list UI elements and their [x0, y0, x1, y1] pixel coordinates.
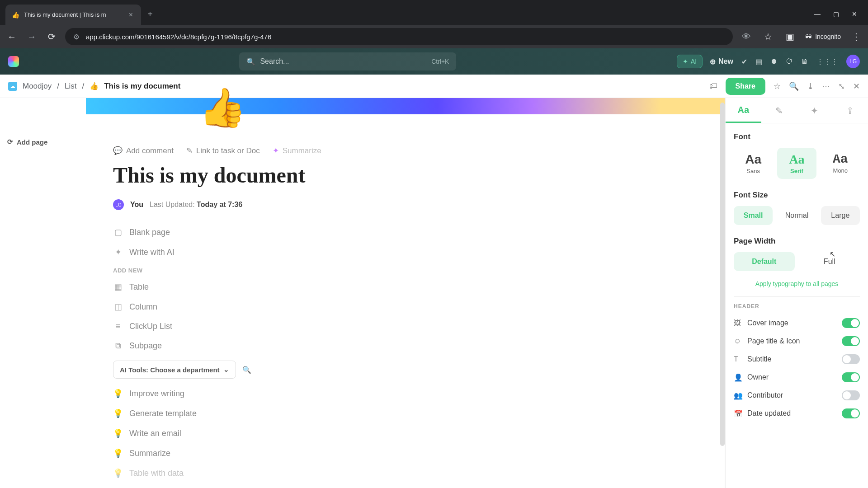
ai-improve-writing[interactable]: 💡 Improve writing [113, 389, 628, 399]
global-search[interactable]: 🔍 Search... Ctrl+K [239, 52, 456, 70]
record-icon[interactable]: ⏺ [770, 57, 778, 66]
font-sans-option[interactable]: Aa Sans [734, 148, 773, 179]
site-settings-icon[interactable]: ⚙ [73, 33, 80, 41]
ai-tools-dropdown[interactable]: AI Tools: Choose a department ⌄ [113, 361, 236, 379]
ai-write-email[interactable]: 💡 Write an email [113, 428, 628, 438]
page-icon: ▢ [113, 227, 123, 237]
share-button[interactable]: Share [726, 78, 765, 95]
close-window-icon[interactable]: ✕ [852, 10, 857, 18]
apply-typography-link[interactable]: Apply typography to all pages [734, 280, 860, 287]
breadcrumb-workspace[interactable]: Moodjoy [23, 82, 52, 91]
ai-email-label: Write an email [129, 429, 181, 438]
clickup-logo[interactable] [8, 56, 19, 67]
more-menu-icon[interactable]: ⋯ [822, 81, 830, 91]
search-doc-icon[interactable]: 🔍 [789, 81, 799, 91]
doc-quick-actions: 💬 Add comment ✎ Link to task or Doc ✦ Su… [113, 146, 628, 155]
url-field[interactable]: ⚙ app.clickup.com/9016164592/v/dc/8cpfg7… [65, 28, 733, 45]
back-icon[interactable]: ← [5, 32, 18, 42]
search-shortcut: Ctrl+K [431, 58, 449, 65]
minimize-icon[interactable]: — [814, 10, 821, 18]
document-title[interactable]: This is my document [113, 163, 628, 188]
breadcrumb-sep: / [82, 82, 84, 91]
maximize-icon[interactable]: ▢ [833, 10, 839, 18]
bookmark-star-icon[interactable]: ☆ [762, 31, 774, 42]
author-name: You [130, 201, 143, 209]
ai-summarize[interactable]: 💡 Summarize [113, 448, 628, 458]
font-mono-label: Mono [823, 167, 858, 174]
add-subpage-option[interactable]: ⧉ Subpage [113, 341, 628, 351]
scrollbar-thumb[interactable] [720, 103, 725, 446]
font-size-normal[interactable]: Normal [777, 206, 816, 225]
page-width-default[interactable]: Default [734, 252, 795, 271]
person-icon: 👤 [734, 373, 742, 382]
write-with-ai-option[interactable]: ✦ Write with AI [113, 247, 628, 257]
ai-wand-tab[interactable]: ✎ [761, 98, 797, 123]
new-button[interactable]: ⊕ New [710, 57, 733, 66]
eye-off-icon[interactable]: 👁 [740, 32, 753, 42]
ai-template-label: Generate template [129, 409, 197, 418]
contributor-switch[interactable] [842, 390, 860, 400]
timer-icon[interactable]: ⏱ [786, 57, 793, 66]
toggle-owner: 👤 Owner [734, 368, 860, 386]
image-icon: 🖼 [734, 319, 742, 327]
user-avatar[interactable]: LG [846, 55, 860, 68]
breadcrumb-emoji: 👍 [90, 82, 99, 90]
url-text: app.clickup.com/9016164592/v/dc/8cpfg7g-… [86, 33, 271, 41]
owner-switch[interactable] [842, 372, 860, 382]
summarize-button[interactable]: ✦ Summarize [273, 146, 321, 155]
add-column-option[interactable]: ◫ Column [113, 302, 628, 312]
ai-button[interactable]: ✦ AI [677, 55, 703, 68]
browser-menu-icon[interactable]: ⋮ [850, 31, 863, 42]
add-list-option[interactable]: ≡ ClickUp List [113, 322, 628, 331]
side-panel-icon[interactable]: ▣ [783, 31, 796, 42]
add-comment-button[interactable]: 💬 Add comment [113, 146, 174, 155]
address-bar: ← → ⟳ ⚙ app.clickup.com/9016164592/v/dc/… [0, 25, 868, 48]
search-ai-tools-icon[interactable]: 🔍 [242, 366, 251, 374]
doc-meta: LG You Last Updated: Today at 7:36 [113, 199, 628, 210]
new-tab-button[interactable]: + [141, 9, 159, 19]
toggle-cover-image: 🖼 Cover image [734, 314, 860, 332]
blank-page-option[interactable]: ▢ Blank page [113, 227, 628, 237]
close-tab-icon[interactable]: × [127, 11, 135, 19]
tag-icon[interactable]: 🏷 [709, 81, 717, 91]
add-page-button[interactable]: ⟳ Add page [7, 138, 79, 146]
ai-table-data[interactable]: 💡 Table with data [113, 468, 628, 478]
download-icon[interactable]: ⤓ [807, 81, 814, 91]
export-tab[interactable]: ⇪ [832, 98, 868, 123]
templates-tab[interactable]: ✦ [797, 98, 833, 123]
date-updated-switch[interactable] [842, 408, 860, 418]
apps-grid-icon[interactable]: ⋮⋮⋮ [816, 57, 838, 66]
text-icon: T [734, 355, 742, 363]
page-title-switch[interactable] [842, 336, 860, 346]
cover-image-switch[interactable] [842, 318, 860, 328]
reload-icon[interactable]: ⟳ [45, 31, 58, 42]
toggle-cover-label: Cover image [747, 319, 788, 327]
header-section-heading: HEADER [734, 303, 860, 310]
cover-image[interactable] [86, 98, 725, 114]
ai-generate-template[interactable]: 💡 Generate template [113, 408, 628, 418]
link-task-button[interactable]: ✎ Link to task or Doc [186, 146, 260, 155]
incognito-icon: 🕶 [805, 33, 811, 40]
breadcrumb-list[interactable]: List [65, 82, 76, 91]
forward-icon[interactable]: → [25, 32, 38, 42]
notepad-icon[interactable]: ▤ [755, 57, 762, 66]
subtitle-switch[interactable] [842, 354, 860, 364]
font-mono-option[interactable]: Aa Mono [821, 148, 860, 179]
browser-tab[interactable]: 👍 This is my document | This is m × [5, 5, 141, 25]
favorite-star-icon[interactable]: ☆ [774, 81, 781, 91]
font-size-large[interactable]: Large [821, 206, 860, 225]
docs-icon[interactable]: 🗎 [801, 57, 808, 66]
author-avatar[interactable]: LG [113, 199, 124, 210]
typography-tab[interactable]: Aa [726, 98, 761, 123]
close-panel-icon[interactable]: ✕ [853, 81, 860, 91]
ai-summarize-label: Summarize [129, 449, 170, 458]
workspace-icon[interactable]: ☁ [8, 82, 17, 91]
check-circle-icon[interactable]: ✔ [741, 57, 747, 66]
font-sample: Aa [736, 152, 771, 167]
collapse-icon[interactable]: ⤡ [838, 81, 845, 91]
font-size-small[interactable]: Small [734, 206, 773, 225]
page-emoji[interactable]: 👍 [199, 85, 246, 130]
font-serif-option[interactable]: Aa Serif [777, 148, 816, 179]
toggle-date-updated: 📅 Date updated [734, 404, 860, 422]
add-table-option[interactable]: ▦ Table [113, 282, 628, 292]
